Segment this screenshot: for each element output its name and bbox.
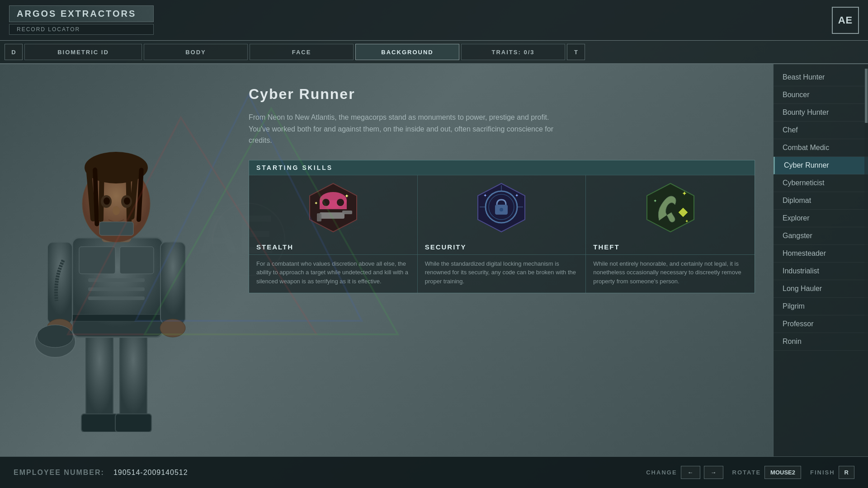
tab-biometric-id[interactable]: BIOMETRIC ID (24, 44, 142, 60)
svg-rect-35 (88, 287, 145, 291)
svg-point-16 (160, 319, 185, 337)
tab-body[interactable]: BODY (144, 44, 248, 60)
sidebar-item-explorer[interactable]: Explorer (774, 210, 868, 227)
change-next-button[interactable]: → (704, 466, 723, 479)
svg-text:✦: ✦ (483, 193, 487, 198)
finish-key[interactable]: R (839, 466, 854, 479)
svg-rect-14 (160, 242, 185, 324)
ae-logo: AE (832, 7, 859, 34)
sidebar-item-gangster[interactable]: Gangster (774, 227, 868, 245)
skill-icon-area-security: ✦ ✦ (418, 175, 586, 243)
svg-text:✦: ✦ (314, 201, 318, 206)
sidebar-item-combat-medic[interactable]: Combat Medic (774, 139, 868, 157)
sidebar-item-diplomat[interactable]: Diplomat (774, 192, 868, 210)
sidebar-item-pilgrim[interactable]: Pilgrim (774, 298, 868, 315)
tab-key-d[interactable]: D (5, 44, 23, 60)
bottom-controls: CHANGE ← → ROTATE MOUSE2 FINISH R (646, 466, 854, 479)
svg-text:✦: ✦ (682, 190, 687, 197)
sidebar-item-cyber-runner[interactable]: Cyber Runner (774, 157, 868, 174)
background-list-sidebar: Beast Hunter Bouncer Bounty Hunter Chef … (773, 64, 868, 456)
record-locator: RECORD LOCATOR (9, 24, 154, 35)
tab-background[interactable]: BACKGROUND (355, 44, 459, 60)
svg-rect-12 (72, 314, 163, 321)
skill-desc-security: While the standardized digital locking m… (418, 259, 586, 286)
svg-point-40 (322, 199, 330, 206)
svg-point-18 (37, 325, 73, 347)
svg-point-51 (500, 208, 503, 211)
security-hex-icon: ✦ ✦ (474, 180, 528, 239)
skill-card-stealth: ✦ ✦ STEALTH For a combatant who values d… (249, 175, 418, 293)
bottom-bar: EMPLOYEE NUMBER: 190514-2009140512 CHANG… (0, 456, 868, 488)
sidebar-item-cyberneticist[interactable]: Cyberneticist (774, 174, 868, 192)
svg-rect-8 (115, 414, 151, 432)
tab-key-t[interactable]: T (567, 44, 585, 60)
skill-desc-stealth: For a combatant who values discretion ab… (249, 259, 417, 286)
background-title: Cyber Runner (249, 86, 755, 103)
tab-face[interactable]: FACE (250, 44, 354, 60)
svg-rect-36 (88, 296, 145, 300)
background-description: From Neon to New Atlantis, the megacorps… (249, 112, 556, 146)
skill-name-stealth: STEALTH (249, 243, 417, 255)
employee-number: 190514-2009140512 (113, 469, 188, 477)
rotate-key[interactable]: MOUSE2 (764, 466, 801, 479)
svg-rect-27 (126, 165, 132, 224)
svg-rect-10 (79, 247, 115, 274)
svg-rect-43 (342, 211, 352, 214)
svg-text:✦: ✦ (344, 193, 349, 199)
skill-card-security: ✦ ✦ SECURITY While the standardized digi… (418, 175, 586, 293)
svg-rect-42 (320, 212, 344, 219)
svg-point-31 (124, 197, 130, 205)
svg-rect-13 (47, 242, 72, 324)
svg-rect-24 (99, 165, 104, 222)
stealth-hex-icon: ✦ ✦ (306, 180, 360, 239)
sidebar-item-beast-hunter[interactable]: Beast Hunter (774, 69, 868, 86)
sidebar-item-bouncer[interactable]: Bouncer (774, 86, 868, 104)
sidebar-item-chef[interactable]: Chef (774, 122, 868, 139)
skill-name-theft: THEFT (586, 243, 755, 255)
svg-rect-33 (99, 222, 133, 235)
finish-control-group: FINISH R (810, 466, 854, 479)
svg-rect-44 (317, 213, 321, 221)
svg-point-41 (337, 199, 344, 206)
title-block: ARGOS EXTRACTORS RECORD LOCATOR (9, 5, 154, 35)
tab-traits[interactable]: TRAITS: 0/3 (461, 44, 565, 60)
finish-label: FINISH (810, 469, 835, 476)
scroll-thumb (865, 69, 868, 123)
skills-section: STARTING SKILLS (249, 160, 755, 294)
svg-text:✦: ✦ (685, 219, 689, 224)
sidebar-item-ronin[interactable]: Ronin (774, 333, 868, 351)
svg-rect-34 (88, 278, 145, 282)
sidebar-item-industrialist[interactable]: Industrialist (774, 263, 868, 280)
app-title: ARGOS EXTRACTORS (9, 5, 154, 22)
theft-hex-icon: ✦ ✦ ✦ (643, 180, 698, 239)
sidebar-item-long-hauler[interactable]: Long Hauler (774, 280, 868, 298)
scroll-bar[interactable] (864, 64, 868, 456)
skill-card-theft: ✦ ✦ ✦ THEFT While not entirely honorable… (586, 175, 755, 293)
skill-desc-theft: While not entirely honorable, and certai… (586, 259, 755, 286)
sidebar-item-professor[interactable]: Professor (774, 315, 868, 333)
skill-icon-area-stealth: ✦ ✦ (249, 175, 417, 243)
svg-rect-7 (81, 414, 118, 432)
main-content: Cyber Runner From Neon to New Atlantis, … (235, 72, 769, 452)
svg-rect-6 (120, 333, 147, 423)
character-figure (23, 89, 212, 432)
top-bar: ARGOS EXTRACTORS RECORD LOCATOR AE (0, 0, 868, 41)
svg-text:✦: ✦ (653, 198, 657, 203)
rotate-label: ROTATE (732, 469, 761, 476)
change-label: CHANGE (646, 469, 677, 476)
rotate-control-group: ROTATE MOUSE2 (732, 466, 801, 479)
svg-text:✦: ✦ (515, 193, 519, 198)
skills-grid: ✦ ✦ STEALTH For a combatant who values d… (249, 175, 755, 293)
svg-point-30 (104, 197, 110, 205)
change-control-group: CHANGE ← → (646, 466, 723, 479)
change-prev-button[interactable]: ← (681, 466, 700, 479)
skill-name-security: SECURITY (418, 243, 586, 255)
sidebar-item-homesteader[interactable]: Homesteader (774, 245, 868, 263)
employee-label: EMPLOYEE NUMBER: (14, 469, 104, 477)
svg-rect-5 (86, 333, 113, 423)
skill-icon-area-theft: ✦ ✦ ✦ (586, 175, 755, 243)
sidebar-item-bounty-hunter[interactable]: Bounty Hunter (774, 104, 868, 122)
svg-rect-11 (120, 247, 154, 274)
character-portrait-area (0, 64, 235, 456)
skills-header: STARTING SKILLS (249, 160, 755, 175)
